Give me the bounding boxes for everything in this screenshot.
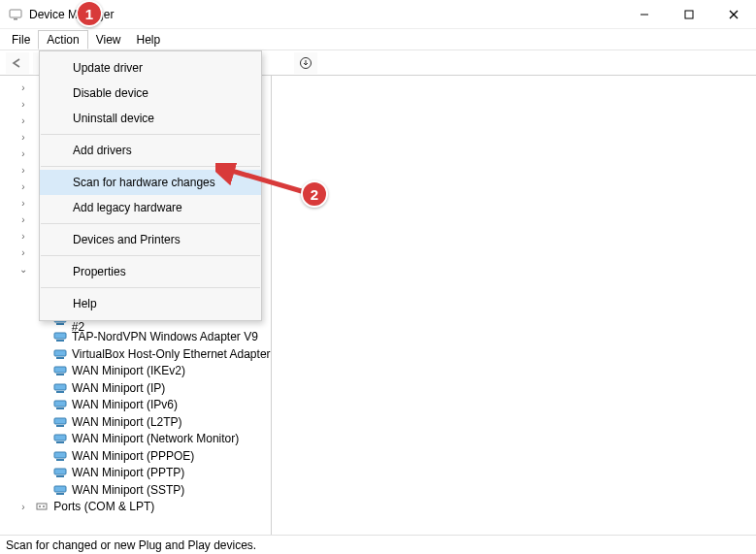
- expand-icon: [17, 247, 29, 258]
- menu-add-drivers[interactable]: Add drivers: [40, 138, 261, 163]
- expand-icon: [17, 502, 29, 512]
- tree-device-item[interactable]: WAN Miniport (IPv6): [8, 397, 271, 414]
- menu-scan-hardware[interactable]: Scan for hardware changes: [40, 170, 261, 195]
- menu-disable-device[interactable]: Disable device: [40, 81, 261, 106]
- annotation-badge-2: 2: [301, 180, 328, 208]
- close-button[interactable]: [711, 0, 756, 29]
- menu-add-legacy[interactable]: Add legacy hardware: [40, 195, 261, 220]
- expand-icon: [17, 181, 29, 192]
- maximize-button[interactable]: [667, 0, 711, 29]
- svg-rect-1: [14, 18, 17, 20]
- tree-device-item[interactable]: WAN Miniport (Network Monitor): [8, 431, 271, 448]
- network-adapter-icon: [52, 465, 68, 480]
- svg-point-35: [43, 505, 45, 507]
- expand-icon: [17, 115, 29, 126]
- svg-rect-3: [685, 11, 693, 18]
- svg-rect-0: [10, 10, 21, 17]
- expand-icon: [17, 214, 29, 225]
- menu-separator: [41, 166, 260, 167]
- svg-rect-14: [56, 340, 64, 342]
- expand-icon: [17, 231, 29, 242]
- svg-rect-18: [56, 374, 64, 375]
- svg-rect-17: [54, 367, 66, 373]
- svg-rect-25: [54, 435, 66, 440]
- svg-rect-23: [54, 418, 66, 424]
- network-adapter-icon: [52, 363, 68, 378]
- menu-help[interactable]: Help: [40, 291, 261, 316]
- device-label: VirtualBox Host-Only Ethernet Adapter: [72, 347, 271, 361]
- svg-rect-26: [56, 441, 64, 443]
- device-label: TAP-NordVPN Windows Adapter V9: [72, 330, 258, 343]
- device-label: WAN Miniport (SSTP): [72, 483, 184, 497]
- status-text: Scan for changed or new Plug and Play de…: [6, 538, 256, 552]
- tree-device-item[interactable]: TAP-NordVPN Windows Adapter V9: [8, 329, 271, 346]
- expand-icon: [17, 148, 29, 159]
- network-adapter-icon: [52, 397, 68, 412]
- tree-label: Ports (COM & LPT): [53, 500, 154, 513]
- svg-rect-30: [56, 475, 64, 477]
- device-label: WAN Miniport (IKEv2): [72, 364, 185, 377]
- svg-rect-21: [54, 401, 66, 407]
- menu-separator: [41, 287, 260, 288]
- menu-devices-printers[interactable]: Devices and Printers: [40, 227, 261, 252]
- svg-rect-27: [54, 452, 66, 458]
- tree-device-item[interactable]: WAN Miniport (IKEv2): [8, 363, 271, 380]
- network-adapter-icon: [52, 431, 68, 446]
- network-adapter-icon: [52, 448, 68, 464]
- network-adapter-icon: [52, 380, 68, 396]
- tree-device-item[interactable]: WAN Miniport (IP): [8, 379, 271, 397]
- tree-device-item[interactable]: WAN Miniport (PPPOE): [8, 447, 271, 465]
- tree-device-item[interactable]: WAN Miniport (L2TP): [8, 413, 271, 431]
- menu-action[interactable]: Action: [38, 30, 87, 49]
- app-icon: [8, 7, 23, 22]
- menu-file[interactable]: File: [4, 31, 38, 49]
- tree-device-item[interactable]: VirtualBox Host-Only Ethernet Adapter: [8, 345, 271, 363]
- scan-button[interactable]: [294, 52, 317, 74]
- expand-icon: [17, 132, 29, 143]
- menu-properties[interactable]: Properties: [40, 259, 261, 284]
- network-adapter-icon: [52, 482, 68, 498]
- expand-icon: [17, 165, 29, 176]
- svg-rect-24: [56, 425, 64, 427]
- expand-icon: [17, 82, 29, 93]
- detail-pane: [272, 76, 756, 535]
- expand-icon: [17, 198, 29, 209]
- ports-icon: [34, 499, 49, 514]
- menu-help[interactable]: Help: [129, 31, 169, 49]
- menu-view[interactable]: View: [88, 31, 129, 49]
- svg-point-34: [39, 505, 41, 507]
- tree-category-ports[interactable]: Ports (COM & LPT): [8, 499, 271, 515]
- device-label: WAN Miniport (Network Monitor): [72, 432, 239, 445]
- minimize-button[interactable]: [622, 0, 667, 29]
- menu-separator: [41, 134, 260, 135]
- title-bar: Device Manager: [0, 0, 756, 29]
- network-adapter-icon: [52, 329, 68, 344]
- svg-rect-33: [37, 504, 47, 509]
- tree-device-item[interactable]: WAN Miniport (PPTP): [8, 465, 271, 482]
- device-label: WAN Miniport (PPPOE): [72, 449, 194, 463]
- menu-bar: File Action View Help: [0, 29, 756, 50]
- menu-update-driver[interactable]: Update driver: [40, 55, 261, 81]
- device-label: WAN Miniport (PPTP): [72, 466, 184, 479]
- device-label: WAN Miniport (L2TP): [72, 415, 182, 429]
- collapse-icon: [17, 264, 29, 275]
- network-adapter-icon: [52, 346, 68, 362]
- tree-device-item[interactable]: WAN Miniport (SSTP): [8, 481, 271, 499]
- menu-separator: [41, 223, 260, 224]
- svg-rect-13: [54, 333, 66, 339]
- menu-uninstall-device[interactable]: Uninstall device: [40, 106, 261, 131]
- action-menu: Update driver Disable device Uninstall d…: [39, 50, 262, 321]
- network-adapter-icon: [52, 414, 68, 430]
- annotation-badge-1: 1: [76, 0, 103, 27]
- svg-rect-16: [56, 357, 64, 359]
- status-bar: Scan for changed or new Plug and Play de…: [0, 535, 756, 554]
- device-label: WAN Miniport (IP): [72, 381, 165, 395]
- svg-rect-31: [54, 486, 66, 492]
- svg-rect-22: [56, 407, 64, 409]
- svg-rect-12: [56, 323, 64, 325]
- menu-separator: [41, 255, 260, 256]
- svg-rect-15: [54, 350, 66, 356]
- svg-rect-28: [56, 459, 64, 461]
- back-button[interactable]: [6, 52, 29, 74]
- expand-icon: [17, 99, 29, 110]
